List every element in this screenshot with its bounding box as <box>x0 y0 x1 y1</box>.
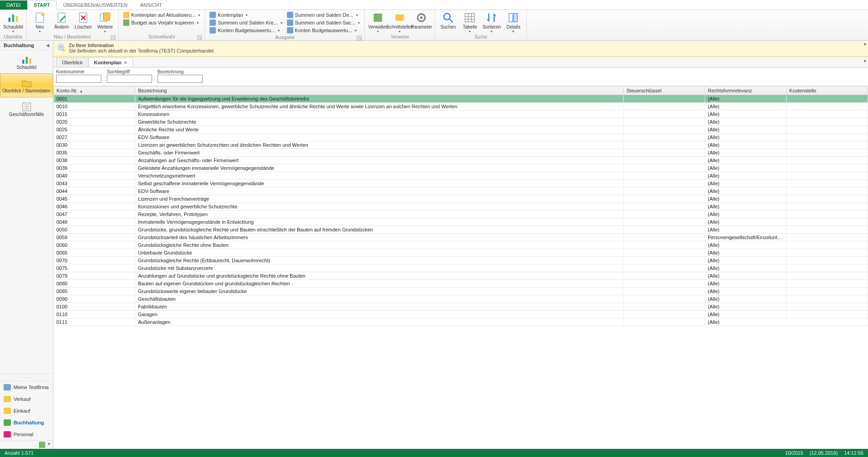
module-testfirma[interactable]: Meine Testfirma <box>0 381 53 393</box>
ausgabe-label: Summen und Salden De... <box>295 12 353 18</box>
group-launcher-icon[interactable]: ↘ <box>197 35 202 40</box>
table-row[interactable]: 0035Geschäfts- oder Firmenwert(Alle) <box>54 149 868 157</box>
ausgabe-summen-kre[interactable]: Summen und Salden Kre...▾ <box>208 19 284 26</box>
filter-bezeichnung: Bezeichnung <box>157 69 203 83</box>
sortieren-button[interactable]: Sortieren ▾ <box>481 11 502 34</box>
table-row[interactable]: 0079Anzahlungen auf Grundstücke und grun… <box>54 272 868 280</box>
table-row[interactable]: 0027EDV-Software(Alle) <box>54 134 868 141</box>
cell-steuer <box>624 134 705 141</box>
table-row[interactable]: 0100Fabrikbauten(Alle) <box>54 303 868 311</box>
table-row[interactable]: 0075Grundstücke mit Substanzverzehr(Alle… <box>54 265 868 272</box>
col-header-bezeichnung[interactable]: Bezeichnung <box>135 87 624 95</box>
table-row[interactable]: 0110Garagen(Alle) <box>54 311 868 318</box>
table-row[interactable]: 0039Geleistete Anzahlungen immaterielle … <box>54 164 868 172</box>
suchbegriff-input[interactable] <box>107 75 152 83</box>
ausgabe-kontenplan[interactable]: Kontenplan▾ <box>208 11 284 19</box>
neu-button[interactable]: Neu ▾ <box>29 11 50 34</box>
table-row[interactable]: 0001Aufwendungen für die Ingangsetzung u… <box>54 95 868 103</box>
col-header-kostenstelle[interactable]: Kostenstelle <box>787 87 868 95</box>
table-row[interactable]: 0025Ähnliche Rechte und Werte(Alle) <box>54 126 868 134</box>
more-doc-icon <box>99 12 111 24</box>
module-verkauf[interactable]: Verkauf <box>0 393 53 405</box>
table-row[interactable]: 0050Grundstücke, grundstücksgleiche Rech… <box>54 226 868 234</box>
table-row[interactable]: 0010Entgeltlich erworbene Konzessionen, … <box>54 103 868 111</box>
cell-nr: 0001 <box>54 95 135 103</box>
loeschen-button[interactable]: Löschen <box>73 11 94 29</box>
ausgabe-summen-sac[interactable]: Summen und Salden Sac...▾ <box>285 19 362 26</box>
filter-kontonummer: Kontonummer <box>56 69 101 83</box>
group-launcher-icon[interactable]: ↘ <box>357 36 362 40</box>
tabelle-button[interactable]: Tabelle ▾ <box>459 11 480 34</box>
table-row[interactable]: 0048Immaterielle Vermögensgegenstände in… <box>54 218 868 226</box>
aendern-button[interactable]: Ändern <box>51 11 72 29</box>
table-row[interactable]: 0020Gewerbliche Schutzrechte(Alle) <box>54 118 868 126</box>
weitere-button[interactable]: Weitere ▾ <box>95 11 115 34</box>
table-row[interactable]: 0040Verschmelzungsmehrwert(Alle) <box>54 172 868 180</box>
doc-tab-ueberblick[interactable]: Überblick <box>56 58 89 67</box>
sidebar-item-schaubild[interactable]: Schaubild <box>0 50 53 73</box>
table-row[interactable]: 0060Grundstücksgleiche Rechte ohne Baute… <box>54 241 868 249</box>
chevron-left-icon[interactable]: ◀ <box>46 43 49 48</box>
table-row[interactable]: 0080Bauten auf eigenen Grundstücken und … <box>54 280 868 288</box>
dashboard-icon[interactable] <box>39 442 45 448</box>
tab-uebergeben[interactable]: ÜBERGEBEN/AUSWERTEN <box>57 0 134 10</box>
table-row[interactable]: 0030Lizenzen an gewerblichen Schutzrecht… <box>54 141 868 149</box>
table-row[interactable]: 0090Geschäftsbauten(Alle) <box>54 295 868 303</box>
cell-rf: (Alle) <box>705 265 787 272</box>
schnellwahl-item-2-label: Budget aus Vorjahr kopieren <box>131 20 194 25</box>
cell-nr: 0044 <box>54 188 135 195</box>
chevron-down-icon[interactable]: ▾ <box>48 442 50 448</box>
interfaces-icon <box>393 12 406 24</box>
table-row[interactable]: 0046Konzessionen und gewerbliche Schutzr… <box>54 203 868 211</box>
module-personal[interactable]: Personal <box>0 428 53 440</box>
schnellwahl-item-2[interactable]: Budget aus Vorjahr kopieren▾ <box>121 19 202 26</box>
expand-icon[interactable]: ▾ <box>864 58 866 63</box>
sidebar-item-geschaeftsvorfaelle[interactable]: Geschäftsvorfälle <box>0 97 53 120</box>
table-row[interactable]: 0059Grundstücksanteil des häuslichen Arb… <box>54 234 868 241</box>
chevron-down-icon: ▾ <box>246 13 248 17</box>
doc-tab-kontenplan[interactable]: Kontenplan× <box>88 58 133 67</box>
table-row[interactable]: 0065Unbebaute Grundstücke(Alle) <box>54 249 868 257</box>
schnellwahl-item-1[interactable]: Kontenplan auf Aktualisieru...▾ <box>121 11 202 19</box>
side-dots[interactable]: ······ <box>0 373 53 381</box>
ausgabe-budget-2[interactable]: Konten Budgetauswertu...▾ <box>285 27 362 34</box>
details-button[interactable]: Details ▾ <box>503 11 524 34</box>
kontonummer-input[interactable] <box>56 75 101 83</box>
ausgabe-summen-de[interactable]: Summen und Salden De...▾ <box>285 11 362 19</box>
col-header-rechtsform[interactable]: Rechtsformrelevanz <box>705 87 787 95</box>
table-row[interactable]: 0043Selbst geschaffene immaterielle Verm… <box>54 180 868 188</box>
table-row[interactable]: 0015Konzessionen(Alle) <box>54 111 868 118</box>
schnittstellen-button[interactable]: Schnittstellen ▾ <box>389 11 410 34</box>
close-icon[interactable]: × <box>124 60 127 65</box>
ausgabe-budget-1[interactable]: Konten Budgetauswertu...▾ <box>208 27 284 34</box>
svg-rect-23 <box>29 58 31 64</box>
ribbon-group-label: Neu / Bearbeiten↘ <box>29 34 115 40</box>
collapse-icon[interactable]: ▾ <box>864 42 866 47</box>
parameter-button[interactable]: Parameter <box>411 11 432 29</box>
group-launcher-icon[interactable]: ↘ <box>111 35 115 40</box>
building-icon <box>4 384 11 390</box>
tab-ansicht[interactable]: ANSICHT <box>134 0 168 10</box>
verwalten-button[interactable]: Verwalten ▾ <box>367 11 388 34</box>
col-header-steuer[interactable]: Steuerschlüssel <box>624 87 705 95</box>
table-row[interactable]: 0070Grundstücksgleiche Rechte (Erbbaurec… <box>54 257 868 265</box>
ledger-icon <box>4 419 11 426</box>
col-header-konto[interactable]: Konto-Nr.▲ <box>54 87 135 95</box>
table-row[interactable]: 0045Lizenzen und Franchiseverträge(Alle) <box>54 195 868 203</box>
tab-start[interactable]: START <box>27 0 57 10</box>
bezeichnung-input[interactable] <box>157 75 203 83</box>
module-einkauf[interactable]: Einkauf <box>0 405 53 417</box>
cell-ks <box>787 226 868 234</box>
table-row[interactable]: 0111Außenanlagen(Alle) <box>54 318 868 326</box>
tab-datei[interactable]: DATEI <box>0 0 27 10</box>
ausgabe-label: Kontenplan <box>218 12 243 18</box>
sidebar-item-ueberblick[interactable]: Überblick / Stammdaten <box>0 73 53 97</box>
schaubild-button[interactable]: Schaubild ▾ <box>3 11 24 34</box>
table-row[interactable]: 0044EDV-Software(Alle) <box>54 188 868 195</box>
module-buchhaltung[interactable]: Buchhaltung <box>0 417 53 428</box>
table-row[interactable]: 0085Grundstückswerte eigener bebauter Gr… <box>54 288 868 295</box>
account-grid[interactable]: Konto-Nr.▲ Bezeichnung Steuerschlüssel R… <box>53 86 868 449</box>
table-row[interactable]: 0038Anzahlungen auf Geschäfts- oder Firm… <box>54 157 868 164</box>
suchen-button[interactable]: Suchen <box>438 11 458 29</box>
table-row[interactable]: 0047Rezepte, Verfahren, Prototypen(Alle) <box>54 211 868 218</box>
